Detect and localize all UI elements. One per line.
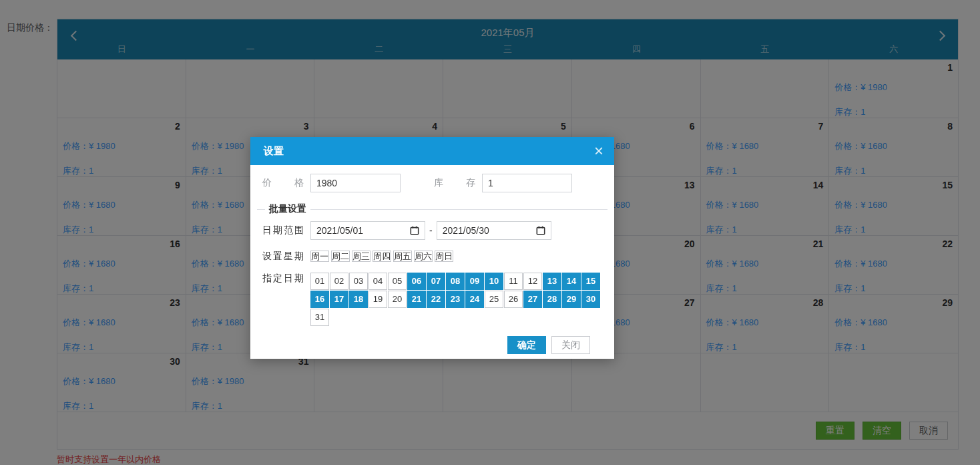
weekday-option-button[interactable]: 周三 bbox=[352, 251, 371, 262]
dialog-header: 设置 × bbox=[250, 137, 614, 165]
date-option-button[interactable]: 06 bbox=[407, 273, 426, 290]
stock-input[interactable] bbox=[482, 174, 572, 192]
date-option-button[interactable]: 18 bbox=[349, 291, 368, 308]
settings-dialog: 设置 × 价格 库存 批量设置 日期范围 2021/05/01 - 2021/0… bbox=[250, 137, 614, 359]
weekday-option-button[interactable]: 周五 bbox=[393, 251, 412, 262]
dialog-footer: 确定 关闭 bbox=[262, 327, 602, 354]
date-option-button[interactable]: 14 bbox=[562, 273, 581, 290]
date-option-button[interactable]: 04 bbox=[369, 273, 387, 290]
close-button[interactable]: 关闭 bbox=[551, 336, 590, 354]
date-option-button[interactable]: 09 bbox=[465, 273, 484, 290]
date-option-button[interactable]: 27 bbox=[523, 291, 542, 308]
date-option-button[interactable]: 17 bbox=[330, 291, 348, 308]
date-option-button[interactable]: 10 bbox=[485, 273, 503, 290]
weekday-select-row: 设置星期 周一周二周三周四周五周六周日 bbox=[262, 249, 602, 264]
date-range-label: 日期范围 bbox=[262, 224, 304, 237]
date-option-button[interactable]: 24 bbox=[465, 291, 484, 308]
close-icon[interactable]: × bbox=[594, 143, 603, 159]
date-option-button[interactable]: 25 bbox=[485, 291, 503, 308]
batch-settings-fieldset: 批量设置 日期范围 2021/05/01 - 2021/05/30 设置星期 周… bbox=[257, 203, 607, 327]
range-start-input[interactable]: 2021/05/01 bbox=[310, 221, 425, 240]
date-option-button[interactable]: 31 bbox=[310, 309, 329, 326]
specific-dates-label: 指定日期 bbox=[262, 273, 304, 285]
date-option-button[interactable]: 11 bbox=[504, 273, 523, 290]
price-label: 价格 bbox=[262, 177, 304, 189]
date-option-button[interactable]: 23 bbox=[446, 291, 465, 308]
stock-label: 库存 bbox=[434, 177, 475, 189]
date-option-button[interactable]: 01 bbox=[310, 273, 329, 290]
price-stock-row: 价格 库存 bbox=[262, 174, 602, 192]
date-option-button[interactable]: 21 bbox=[407, 291, 426, 308]
range-end-value: 2021/05/30 bbox=[443, 225, 489, 236]
date-option-button[interactable]: 22 bbox=[427, 291, 445, 308]
range-start-value: 2021/05/01 bbox=[316, 225, 363, 236]
weekday-option-button[interactable]: 周六 bbox=[414, 251, 433, 262]
date-option-button[interactable]: 13 bbox=[543, 273, 561, 290]
dialog-body: 价格 库存 批量设置 日期范围 2021/05/01 - 2021/05/30 … bbox=[250, 165, 614, 354]
date-option-button[interactable]: 02 bbox=[330, 273, 348, 290]
confirm-button[interactable]: 确定 bbox=[507, 336, 546, 354]
date-option-button[interactable]: 19 bbox=[369, 291, 387, 308]
range-end-input[interactable]: 2021/05/30 bbox=[437, 221, 551, 240]
batch-settings-legend: 批量设置 bbox=[265, 203, 310, 215]
calendar-icon bbox=[536, 226, 545, 235]
date-option-button[interactable]: 05 bbox=[388, 273, 407, 290]
price-input[interactable] bbox=[310, 174, 401, 192]
date-option-button[interactable]: 20 bbox=[388, 291, 407, 308]
date-option-button[interactable]: 08 bbox=[446, 273, 465, 290]
date-option-button[interactable]: 30 bbox=[581, 291, 600, 308]
date-option-button[interactable]: 07 bbox=[427, 273, 445, 290]
date-range-row: 日期范围 2021/05/01 - 2021/05/30 bbox=[262, 221, 602, 240]
weekday-option-button[interactable]: 周日 bbox=[435, 251, 453, 262]
date-option-button[interactable]: 28 bbox=[543, 291, 561, 308]
date-option-button[interactable]: 26 bbox=[504, 291, 523, 308]
date-option-button[interactable]: 03 bbox=[349, 273, 368, 290]
date-option-button[interactable]: 12 bbox=[523, 273, 542, 290]
date-options: 0102030405060708091011121314151617181920… bbox=[310, 273, 602, 327]
weekday-option-button[interactable]: 周四 bbox=[373, 251, 391, 262]
range-separator: - bbox=[429, 225, 433, 236]
date-option-button[interactable]: 15 bbox=[581, 273, 600, 290]
calendar-icon bbox=[410, 226, 419, 235]
dialog-title: 设置 bbox=[264, 145, 284, 158]
specific-dates-row: 指定日期 01020304050607080910111213141516171… bbox=[262, 273, 602, 327]
weekday-option-button[interactable]: 周一 bbox=[310, 251, 329, 262]
date-option-button[interactable]: 29 bbox=[562, 291, 581, 308]
weekday-options: 周一周二周三周四周五周六周日 bbox=[310, 249, 455, 264]
date-option-button[interactable]: 16 bbox=[310, 291, 329, 308]
weekday-option-button[interactable]: 周二 bbox=[331, 251, 350, 262]
weekday-select-label: 设置星期 bbox=[262, 251, 304, 263]
